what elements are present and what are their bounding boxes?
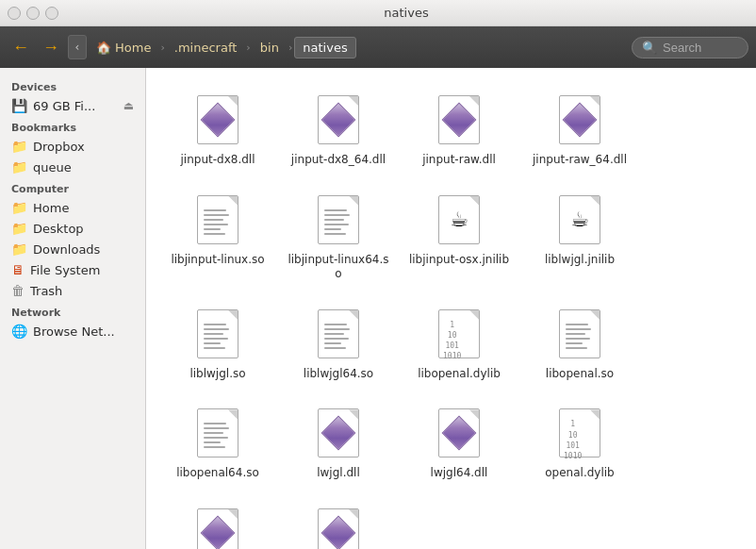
file-name: lwjgl.dll: [317, 466, 360, 481]
file-name: libjinput-linux.so: [171, 253, 264, 268]
file-icon: 1101011010: [554, 404, 605, 462]
file-icon: [192, 404, 243, 462]
sidebar-section-network: Network: [0, 301, 145, 321]
breadcrumb-minecraft[interactable]: .minecraft: [167, 38, 245, 58]
file-name: jinput-dx8_64.dll: [291, 153, 386, 168]
file-icon: [313, 504, 364, 549]
toolbar: ← → ‹ 🏠 Home › .minecraft › bin › native…: [0, 26, 756, 68]
file-name: jinput-raw_64.dll: [533, 153, 627, 168]
sidebar-section-computer: Computer: [0, 177, 145, 197]
file-icon: [192, 91, 243, 149]
titlebar: natives: [0, 0, 756, 26]
close-button[interactable]: [8, 7, 21, 20]
file-icon: ☕: [554, 191, 605, 249]
search-box[interactable]: 🔍: [632, 37, 748, 58]
folder-icon: 📁: [11, 159, 27, 175]
file-icon: [434, 404, 485, 462]
breadcrumb-toggle[interactable]: ‹: [68, 35, 87, 59]
file-icon: [554, 91, 605, 149]
file-item[interactable]: lwjgl64.dll: [403, 396, 516, 489]
sidebar-item-filesystem[interactable]: 🖥 File System: [0, 259, 145, 280]
file-name: libjinput-osx.jnilib: [409, 253, 509, 268]
search-input[interactable]: [663, 41, 738, 55]
filesystem-icon: 🖥: [11, 262, 25, 277]
file-name: liblwjgl.jnilib: [545, 253, 615, 268]
file-name: libjinput-linux64.so: [286, 253, 391, 282]
file-name: libopenal64.so: [176, 466, 259, 481]
main-area: Devices 💾 69 GB Fi... ⏏ Bookmarks 📁 Drop…: [0, 68, 756, 549]
trash-icon: 🗑: [11, 283, 25, 298]
file-area: jinput-dx8.dll jinput-dx8_64.dll jinput-…: [146, 68, 756, 549]
breadcrumb-home[interactable]: 🏠 Home: [89, 38, 158, 58]
eject-icon[interactable]: ⏏: [123, 99, 134, 112]
file-name: lwjgl64.dll: [431, 466, 488, 481]
folder-icon: 📁: [11, 139, 27, 154]
file-icon: [313, 191, 364, 249]
file-icon: [192, 191, 243, 249]
file-icon: [554, 305, 605, 363]
downloads-folder-icon: 📁: [11, 241, 27, 257]
file-name: openal.dylib: [545, 466, 614, 481]
sidebar-item-queue[interactable]: 📁 queue: [0, 157, 145, 177]
sidebar-item-trash[interactable]: 🗑 Trash: [0, 280, 145, 301]
file-name: jinput-raw.dll: [422, 153, 496, 168]
back-button[interactable]: ←: [8, 34, 34, 60]
file-item[interactable]: jinput-raw_64.dll: [523, 83, 636, 175]
forward-button[interactable]: →: [38, 34, 64, 60]
file-item[interactable]: libjinput-linux64.so: [282, 183, 395, 290]
file-item[interactable]: 1101011010 openal.dylib: [523, 396, 636, 489]
file-item[interactable]: libopenal.so: [523, 297, 636, 390]
sidebar-item-dropbox[interactable]: 📁 Dropbox: [0, 136, 145, 157]
file-name: liblwjgl64.so: [304, 367, 373, 382]
window-title: natives: [64, 6, 748, 20]
file-item[interactable]: jinput-dx8_64.dll: [282, 83, 395, 175]
maximize-button[interactable]: [45, 7, 58, 20]
search-icon: 🔍: [642, 41, 657, 55]
desktop-folder-icon: 📁: [11, 221, 27, 236]
file-item[interactable]: OpenAL32.dll: [161, 496, 274, 549]
home-icon: 🏠: [96, 41, 111, 55]
file-icon: ☕: [434, 191, 485, 249]
sidebar-section-bookmarks: Bookmarks: [0, 116, 145, 136]
sidebar-section-devices: Devices: [0, 75, 145, 95]
file-item[interactable]: jinput-dx8.dll: [161, 83, 274, 175]
file-item[interactable]: 1101011010 libopenal.dylib: [403, 297, 516, 390]
breadcrumb-bin[interactable]: bin: [253, 38, 287, 58]
file-icon: [313, 404, 364, 462]
sidebar-item-network[interactable]: 🌐 Browse Net...: [0, 321, 145, 341]
file-icon: [192, 504, 243, 549]
file-icon: 1101011010: [434, 305, 485, 363]
file-icon: [313, 305, 364, 363]
file-item[interactable]: libjinput-linux.so: [161, 183, 274, 290]
sidebar: Devices 💾 69 GB Fi... ⏏ Bookmarks 📁 Drop…: [0, 68, 146, 549]
sidebar-item-downloads[interactable]: 📁 Downloads: [0, 239, 145, 259]
breadcrumb: ‹ 🏠 Home › .minecraft › bin › natives: [68, 35, 628, 59]
file-item[interactable]: jinput-raw.dll: [403, 83, 516, 175]
file-item[interactable]: ☕ liblwjgl.jnilib: [523, 183, 636, 290]
file-name: liblwjgl.so: [189, 367, 245, 382]
sidebar-item-home[interactable]: 📁 Home: [0, 197, 145, 218]
home-folder-icon: 📁: [11, 200, 27, 215]
file-icon: [434, 91, 485, 149]
sidebar-item-hdd[interactable]: 💾 69 GB Fi... ⏏: [0, 95, 145, 116]
minimize-button[interactable]: [26, 7, 40, 20]
file-icon: [313, 91, 364, 149]
file-item[interactable]: liblwjgl.so: [161, 297, 274, 390]
file-name: libopenal.dylib: [418, 367, 501, 382]
file-item[interactable]: libopenal64.so: [161, 396, 274, 489]
file-name: libopenal.so: [546, 367, 614, 382]
hdd-icon: 💾: [11, 98, 27, 113]
file-item[interactable]: liblwjgl64.so: [282, 297, 395, 390]
file-item[interactable]: lwjgl.dll: [282, 396, 395, 489]
file-item[interactable]: ☕ libjinput-osx.jnilib: [403, 183, 516, 290]
file-item[interactable]: OpenAL64.dll: [282, 496, 395, 549]
sidebar-item-desktop[interactable]: 📁 Desktop: [0, 218, 145, 239]
network-icon: 🌐: [11, 324, 27, 339]
file-name: jinput-dx8.dll: [181, 153, 255, 168]
file-icon: [192, 305, 243, 363]
breadcrumb-natives[interactable]: natives: [294, 37, 355, 58]
